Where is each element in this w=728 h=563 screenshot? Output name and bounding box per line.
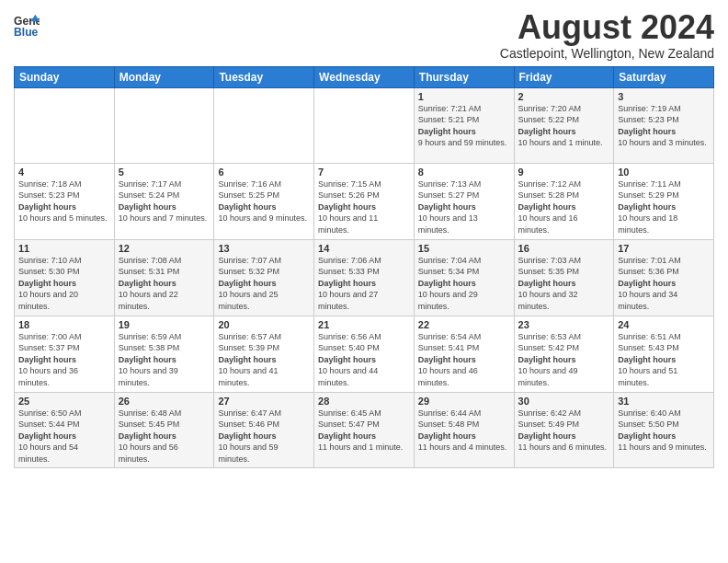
table-row: 12 Sunrise: 7:08 AM Sunset: 5:31 PM Dayl… [114,239,214,316]
table-row: 14 Sunrise: 7:06 AM Sunset: 5:33 PM Dayl… [314,239,415,316]
table-row: 25 Sunrise: 6:50 AM Sunset: 5:44 PM Dayl… [15,392,115,468]
day-detail: Sunrise: 7:06 AM Sunset: 5:33 PM Dayligh… [318,256,381,311]
day-number: 15 [418,243,510,254]
day-detail: Sunrise: 6:48 AM Sunset: 5:45 PM Dayligh… [119,408,182,464]
table-row: 29 Sunrise: 6:44 AM Sunset: 5:48 PM Dayl… [414,392,514,468]
day-number: 18 [18,319,110,330]
col-friday: Friday [514,66,614,87]
day-number: 12 [119,243,210,254]
day-number: 8 [418,167,510,178]
day-number: 2 [518,91,610,102]
table-row: 17 Sunrise: 7:01 AM Sunset: 5:36 PM Dayl… [614,239,714,316]
table-row: 9 Sunrise: 7:12 AM Sunset: 5:28 PM Dayli… [514,163,614,239]
day-number: 14 [318,243,410,254]
day-number: 25 [18,396,110,407]
table-row: 30 Sunrise: 6:42 AM Sunset: 5:49 PM Dayl… [514,392,614,468]
table-row [314,87,415,163]
day-number: 27 [218,396,310,407]
table-row: 20 Sunrise: 6:57 AM Sunset: 5:39 PM Dayl… [214,316,314,392]
table-row: 13 Sunrise: 7:07 AM Sunset: 5:32 PM Dayl… [214,239,314,316]
day-number: 21 [318,319,410,330]
day-detail: Sunrise: 6:44 AM Sunset: 5:48 PM Dayligh… [418,408,507,453]
table-row: 4 Sunrise: 7:18 AM Sunset: 5:23 PM Dayli… [15,163,115,239]
day-detail: Sunrise: 7:21 AM Sunset: 5:21 PM Dayligh… [418,104,507,148]
table-row: 2 Sunrise: 7:20 AM Sunset: 5:22 PM Dayli… [514,87,614,163]
day-number: 1 [418,91,510,102]
table-row: 18 Sunrise: 7:00 AM Sunset: 5:37 PM Dayl… [15,316,115,392]
day-number: 7 [318,167,410,178]
day-detail: Sunrise: 6:51 AM Sunset: 5:43 PM Dayligh… [618,332,681,387]
day-detail: Sunrise: 6:53 AM Sunset: 5:42 PM Dayligh… [518,332,582,387]
day-detail: Sunrise: 7:19 AM Sunset: 5:23 PM Dayligh… [618,104,707,148]
day-detail: Sunrise: 7:08 AM Sunset: 5:31 PM Dayligh… [119,256,182,311]
day-detail: Sunrise: 7:17 AM Sunset: 5:24 PM Dayligh… [119,179,208,224]
day-number: 31 [618,396,710,407]
table-row: 24 Sunrise: 6:51 AM Sunset: 5:43 PM Dayl… [614,316,714,392]
table-row: 11 Sunrise: 7:10 AM Sunset: 5:30 PM Dayl… [15,239,115,316]
table-row: 27 Sunrise: 6:47 AM Sunset: 5:46 PM Dayl… [214,392,314,468]
table-row: 22 Sunrise: 6:54 AM Sunset: 5:41 PM Dayl… [414,316,514,392]
table-row: 6 Sunrise: 7:16 AM Sunset: 5:25 PM Dayli… [214,163,314,239]
table-row: 19 Sunrise: 6:59 AM Sunset: 5:38 PM Dayl… [114,316,214,392]
day-detail: Sunrise: 6:54 AM Sunset: 5:41 PM Dayligh… [418,332,482,387]
title-block: August 2024 Castlepoint, Wellington, New… [500,9,714,61]
day-number: 9 [518,167,610,178]
table-row: 28 Sunrise: 6:45 AM Sunset: 5:47 PM Dayl… [314,392,415,468]
day-detail: Sunrise: 6:59 AM Sunset: 5:38 PM Dayligh… [119,332,182,387]
day-detail: Sunrise: 7:18 AM Sunset: 5:23 PM Dayligh… [18,179,108,224]
col-thursday: Thursday [414,66,514,87]
day-detail: Sunrise: 6:50 AM Sunset: 5:44 PM Dayligh… [18,408,82,464]
day-number: 11 [18,243,110,254]
day-detail: Sunrise: 7:00 AM Sunset: 5:37 PM Dayligh… [18,332,82,387]
day-number: 30 [518,396,610,407]
table-row: 16 Sunrise: 7:03 AM Sunset: 5:35 PM Dayl… [514,239,614,316]
day-number: 16 [518,243,610,254]
day-number: 29 [418,396,510,407]
table-row [114,87,214,163]
location: Castlepoint, Wellington, New Zealand [500,46,714,61]
col-tuesday: Tuesday [214,66,314,87]
day-number: 6 [218,167,310,178]
day-detail: Sunrise: 6:57 AM Sunset: 5:39 PM Dayligh… [218,332,281,387]
table-row: 26 Sunrise: 6:48 AM Sunset: 5:45 PM Dayl… [114,392,214,468]
day-number: 5 [119,167,210,178]
table-row: 10 Sunrise: 7:11 AM Sunset: 5:29 PM Dayl… [614,163,714,239]
day-detail: Sunrise: 7:12 AM Sunset: 5:28 PM Dayligh… [518,179,582,235]
table-row: 7 Sunrise: 7:15 AM Sunset: 5:26 PM Dayli… [314,163,415,239]
page-header: General Blue August 2024 Castlepoint, We… [14,9,714,61]
table-row [214,87,314,163]
day-detail: Sunrise: 6:47 AM Sunset: 5:46 PM Dayligh… [218,408,281,464]
day-number: 23 [518,319,610,330]
day-detail: Sunrise: 7:15 AM Sunset: 5:26 PM Dayligh… [318,179,381,235]
day-detail: Sunrise: 7:03 AM Sunset: 5:35 PM Dayligh… [518,256,582,311]
day-detail: Sunrise: 6:40 AM Sunset: 5:50 PM Dayligh… [618,408,707,453]
table-row: 1 Sunrise: 7:21 AM Sunset: 5:21 PM Dayli… [414,87,514,163]
day-detail: Sunrise: 7:20 AM Sunset: 5:22 PM Dayligh… [518,104,603,148]
calendar: Sunday Monday Tuesday Wednesday Thursday… [14,66,714,469]
day-detail: Sunrise: 7:13 AM Sunset: 5:27 PM Dayligh… [418,179,482,235]
day-detail: Sunrise: 6:42 AM Sunset: 5:49 PM Dayligh… [518,408,608,453]
table-row: 31 Sunrise: 6:40 AM Sunset: 5:50 PM Dayl… [614,392,714,468]
table-row: 8 Sunrise: 7:13 AM Sunset: 5:27 PM Dayli… [414,163,514,239]
day-number: 20 [218,319,310,330]
day-detail: Sunrise: 7:10 AM Sunset: 5:30 PM Dayligh… [18,256,82,311]
table-row: 5 Sunrise: 7:17 AM Sunset: 5:24 PM Dayli… [114,163,214,239]
day-number: 3 [618,91,710,102]
svg-text:Blue: Blue [14,26,39,39]
table-row: 23 Sunrise: 6:53 AM Sunset: 5:42 PM Dayl… [514,316,614,392]
day-number: 10 [618,167,710,178]
day-number: 22 [418,319,510,330]
day-detail: Sunrise: 6:56 AM Sunset: 5:40 PM Dayligh… [318,332,381,387]
col-wednesday: Wednesday [314,66,415,87]
month-title: August 2024 [500,9,714,46]
day-number: 26 [119,396,210,407]
day-detail: Sunrise: 7:01 AM Sunset: 5:36 PM Dayligh… [618,256,681,311]
logo: General Blue [14,13,41,39]
day-number: 17 [618,243,710,254]
table-row: 21 Sunrise: 6:56 AM Sunset: 5:40 PM Dayl… [314,316,415,392]
day-number: 24 [618,319,710,330]
day-detail: Sunrise: 7:16 AM Sunset: 5:25 PM Dayligh… [218,179,307,224]
day-detail: Sunrise: 7:11 AM Sunset: 5:29 PM Dayligh… [618,179,681,235]
table-row: 15 Sunrise: 7:04 AM Sunset: 5:34 PM Dayl… [414,239,514,316]
col-monday: Monday [114,66,214,87]
